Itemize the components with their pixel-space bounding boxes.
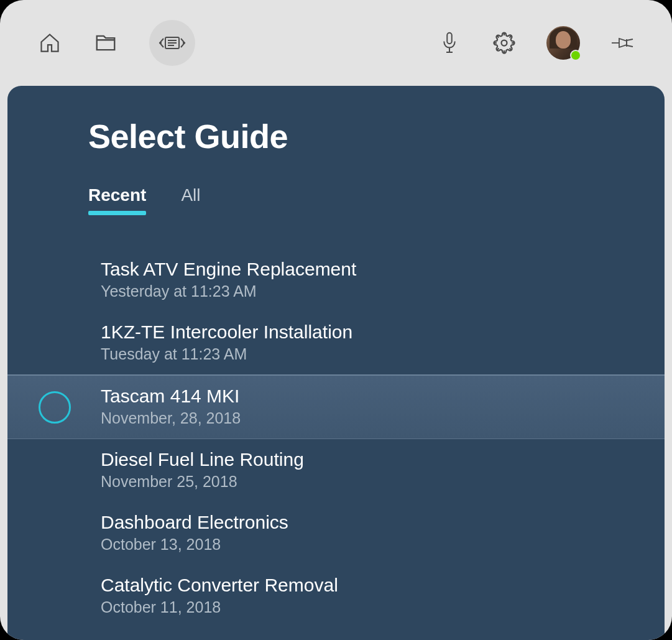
pin-icon	[610, 34, 634, 52]
presence-indicator	[570, 50, 581, 61]
folder-button[interactable]	[93, 30, 118, 55]
microphone-icon	[440, 31, 459, 55]
home-button[interactable]	[37, 30, 62, 55]
guide-title: Diesel Fuel Line Routing	[101, 449, 665, 470]
guide-item[interactable]: Task ATV Engine Replacement Yesterday at…	[7, 249, 665, 312]
guides-icon	[159, 34, 186, 52]
selection-indicator	[39, 391, 71, 424]
guide-title: Task ATV Engine Replacement	[101, 259, 665, 280]
guide-title: Dashboard Electronics	[101, 512, 665, 533]
settings-button[interactable]	[492, 30, 517, 55]
user-avatar[interactable]	[546, 26, 580, 60]
svg-point-7	[502, 40, 507, 46]
guide-list: Task ATV Engine Replacement Yesterday at…	[7, 249, 665, 628]
tab-all[interactable]: All	[181, 185, 200, 215]
svg-rect-4	[447, 33, 452, 44]
guide-item[interactable]: Catalytic Converter Removal October 11, …	[7, 565, 665, 628]
guide-date: November 25, 2018	[101, 473, 665, 491]
guide-title: Tascam 414 MKI	[101, 386, 665, 407]
home-icon	[39, 32, 61, 54]
guides-button[interactable]	[149, 20, 195, 66]
content-panel: Select Guide Recent All Task ATV Engine …	[7, 86, 665, 640]
guide-item[interactable]: Dashboard Electronics October 13, 2018	[7, 502, 665, 565]
guide-item[interactable]: 1KZ-TE Intercooler Installation Tuesday …	[7, 312, 665, 374]
toolbar	[0, 0, 672, 86]
toolbar-left	[37, 20, 195, 66]
guide-item[interactable]: Tascam 414 MKI November, 28, 2018	[7, 374, 665, 439]
guide-date: Tuesday at 11:23 AM	[101, 345, 665, 363]
gear-icon	[493, 32, 515, 54]
guide-date: Yesterday at 11:23 AM	[101, 282, 665, 300]
microphone-button[interactable]	[437, 30, 462, 55]
guide-title: 1KZ-TE Intercooler Installation	[101, 322, 665, 343]
guide-date: November, 28, 2018	[101, 409, 665, 427]
toolbar-right	[437, 26, 635, 60]
folder-icon	[94, 31, 117, 55]
guide-date: October 13, 2018	[101, 536, 665, 554]
app-window: Select Guide Recent All Task ATV Engine …	[0, 0, 672, 640]
tabs: Recent All	[7, 185, 665, 215]
page-title: Select Guide	[7, 117, 665, 155]
guide-item[interactable]: Diesel Fuel Line Routing November 25, 20…	[7, 439, 665, 502]
guide-title: Catalytic Converter Removal	[101, 575, 665, 596]
guide-date: October 11, 2018	[101, 598, 665, 616]
tab-recent[interactable]: Recent	[88, 185, 146, 215]
pin-button[interactable]	[610, 30, 635, 55]
